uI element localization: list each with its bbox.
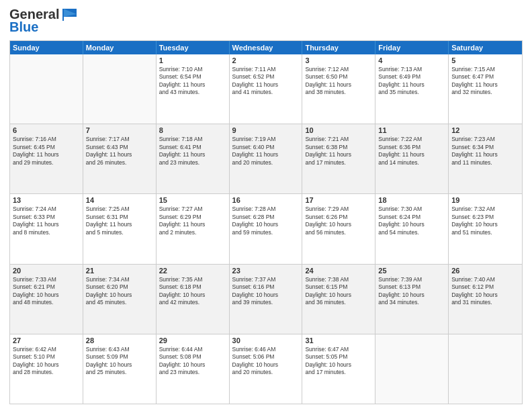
- sunrise-line: Sunrise: 6:44 AM: [159, 346, 226, 353]
- sunset-line: Sunset: 6:31 PM: [86, 214, 153, 221]
- sunset-line: Sunset: 6:43 PM: [86, 144, 153, 151]
- daylight-line: and 34 minutes.: [378, 299, 445, 306]
- daylight-line: Daylight: 10 hours: [232, 361, 300, 369]
- daylight-line: Daylight: 10 hours: [305, 291, 372, 299]
- sunset-line: Sunset: 6:47 PM: [451, 73, 519, 81]
- empty-cell: [375, 334, 449, 404]
- daylight-line: Daylight: 11 hours: [159, 221, 226, 228]
- day-cell-4: 4Sunrise: 7:13 AMSunset: 6:49 PMDaylight…: [375, 54, 449, 124]
- sunrise-line: Sunrise: 7:15 AM: [451, 66, 519, 73]
- daylight-line: Daylight: 11 hours: [305, 81, 372, 89]
- day-cell-2: 2Sunrise: 7:11 AMSunset: 6:52 PMDaylight…: [230, 54, 303, 124]
- sunrise-line: Sunrise: 7:12 AM: [305, 66, 372, 73]
- day-cell-10: 10Sunrise: 7:21 AMSunset: 6:38 PMDayligh…: [302, 124, 375, 193]
- daylight-line: Daylight: 11 hours: [86, 151, 153, 158]
- sunset-line: Sunset: 6:24 PM: [378, 214, 445, 221]
- sunset-line: Sunset: 6:13 PM: [378, 283, 445, 291]
- daylight-line: Daylight: 10 hours: [86, 361, 153, 369]
- daylight-line: and 17 minutes.: [305, 159, 372, 167]
- header-day-thursday: Thursday: [302, 41, 375, 54]
- calendar: SundayMondayTuesdayWednesdayThursdayFrid…: [9, 40, 523, 404]
- daylight-line: and 8 minutes.: [13, 229, 80, 236]
- daylight-line: and 23 minutes.: [159, 369, 226, 376]
- daylight-line: and 23 minutes.: [159, 159, 226, 167]
- daylight-line: and 45 minutes.: [86, 299, 153, 306]
- sunset-line: Sunset: 6:41 PM: [159, 144, 226, 151]
- sunrise-line: Sunrise: 7:17 AM: [86, 136, 153, 143]
- day-cell-30: 30Sunrise: 6:46 AMSunset: 5:06 PMDayligh…: [230, 334, 303, 404]
- sunrise-line: Sunrise: 6:46 AM: [232, 346, 300, 353]
- sunrise-line: Sunrise: 7:10 AM: [159, 66, 226, 73]
- day-number: 13: [13, 196, 80, 204]
- day-cell-17: 17Sunrise: 7:29 AMSunset: 6:26 PMDayligh…: [302, 194, 375, 263]
- sunset-line: Sunset: 6:20 PM: [86, 283, 153, 291]
- sunrise-line: Sunrise: 7:29 AM: [305, 205, 372, 213]
- daylight-line: and 36 minutes.: [305, 299, 372, 306]
- sunrise-line: Sunrise: 6:47 AM: [305, 346, 372, 353]
- header-day-monday: Monday: [83, 41, 157, 54]
- day-cell-24: 24Sunrise: 7:38 AMSunset: 6:15 PMDayligh…: [302, 265, 375, 334]
- day-number: 30: [232, 336, 300, 345]
- daylight-line: Daylight: 10 hours: [305, 221, 372, 228]
- day-number: 29: [159, 336, 226, 345]
- sunrise-line: Sunrise: 6:42 AM: [13, 346, 80, 353]
- day-cell-14: 14Sunrise: 7:25 AMSunset: 6:31 PMDayligh…: [83, 194, 157, 263]
- daylight-line: Daylight: 11 hours: [86, 221, 153, 228]
- daylight-line: Daylight: 10 hours: [232, 221, 300, 228]
- day-cell-22: 22Sunrise: 7:35 AMSunset: 6:18 PMDayligh…: [157, 265, 230, 334]
- day-number: 22: [159, 267, 226, 275]
- day-number: 7: [86, 126, 153, 134]
- calendar-row-1: 1Sunrise: 7:10 AMSunset: 6:54 PMDaylight…: [10, 54, 522, 124]
- day-number: 17: [305, 196, 372, 204]
- sunset-line: Sunset: 6:49 PM: [378, 73, 445, 81]
- sunset-line: Sunset: 5:06 PM: [232, 353, 300, 361]
- calendar-row-3: 13Sunrise: 7:24 AMSunset: 6:33 PMDayligh…: [10, 194, 522, 264]
- daylight-line: and 32 minutes.: [451, 89, 519, 96]
- day-cell-16: 16Sunrise: 7:28 AMSunset: 6:28 PMDayligh…: [230, 194, 303, 263]
- daylight-line: Daylight: 11 hours: [378, 81, 445, 89]
- day-cell-21: 21Sunrise: 7:34 AMSunset: 6:20 PMDayligh…: [83, 265, 157, 334]
- day-cell-18: 18Sunrise: 7:30 AMSunset: 6:24 PMDayligh…: [375, 194, 449, 263]
- sunrise-line: Sunrise: 7:34 AM: [86, 276, 153, 283]
- day-cell-6: 6Sunrise: 7:16 AMSunset: 6:45 PMDaylight…: [10, 124, 83, 193]
- daylight-line: Daylight: 11 hours: [232, 151, 300, 158]
- day-number: 4: [378, 56, 445, 64]
- logo: General Blue: [9, 7, 79, 35]
- day-cell-27: 27Sunrise: 6:42 AMSunset: 5:10 PMDayligh…: [10, 334, 83, 404]
- daylight-line: and 54 minutes.: [378, 229, 445, 236]
- daylight-line: Daylight: 11 hours: [159, 81, 226, 89]
- day-number: 28: [86, 336, 153, 345]
- sunset-line: Sunset: 6:33 PM: [13, 214, 80, 221]
- sunset-line: Sunset: 6:21 PM: [13, 283, 80, 291]
- empty-cell: [83, 54, 157, 124]
- day-number: 18: [378, 196, 445, 204]
- sunset-line: Sunset: 6:38 PM: [305, 144, 372, 151]
- daylight-line: Daylight: 11 hours: [305, 151, 372, 158]
- sunrise-line: Sunrise: 7:24 AM: [13, 205, 80, 213]
- daylight-line: Daylight: 11 hours: [451, 81, 519, 89]
- daylight-line: and 20 minutes.: [232, 159, 300, 167]
- day-number: 19: [451, 196, 519, 204]
- day-cell-15: 15Sunrise: 7:27 AMSunset: 6:29 PMDayligh…: [157, 194, 230, 263]
- day-number: 20: [13, 267, 80, 275]
- daylight-line: Daylight: 11 hours: [451, 151, 519, 158]
- day-number: 31: [305, 336, 372, 345]
- daylight-line: and 48 minutes.: [13, 299, 80, 306]
- daylight-line: and 28 minutes.: [13, 369, 80, 376]
- header-day-wednesday: Wednesday: [230, 41, 303, 54]
- calendar-row-4: 20Sunrise: 7:33 AMSunset: 6:21 PMDayligh…: [10, 265, 522, 334]
- sunset-line: Sunset: 6:36 PM: [378, 144, 445, 151]
- daylight-line: Daylight: 11 hours: [378, 151, 445, 158]
- sunrise-line: Sunrise: 7:35 AM: [159, 276, 226, 283]
- daylight-line: Daylight: 10 hours: [86, 291, 153, 299]
- day-number: 5: [451, 56, 519, 64]
- daylight-line: Daylight: 11 hours: [159, 151, 226, 158]
- daylight-line: and 2 minutes.: [159, 229, 226, 236]
- daylight-line: and 41 minutes.: [232, 89, 300, 96]
- day-number: 12: [451, 126, 519, 134]
- sunset-line: Sunset: 6:12 PM: [451, 283, 519, 291]
- daylight-line: and 20 minutes.: [232, 369, 300, 376]
- daylight-line: Daylight: 10 hours: [378, 221, 445, 228]
- sunset-line: Sunset: 6:23 PM: [451, 214, 519, 221]
- daylight-line: and 11 minutes.: [451, 159, 519, 167]
